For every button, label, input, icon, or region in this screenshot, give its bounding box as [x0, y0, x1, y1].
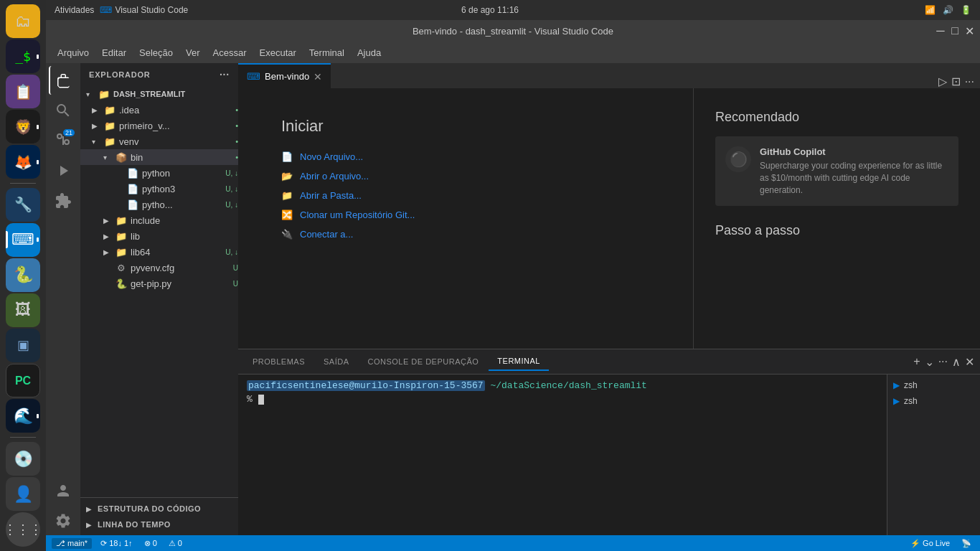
taskbar-image-icon[interactable]: 🖼 — [6, 293, 40, 327]
github-copilot-card[interactable]: ⚫ GitHub Copilot Supercharge your coding… — [715, 136, 958, 206]
shell-icon-2: ▶ — [893, 396, 900, 406]
tree-item-python[interactable]: 📄 python U, ↓ — [80, 165, 238, 181]
tree-item-getpip[interactable]: 🐍 get-pip.py U — [80, 276, 238, 291]
taskbar-firefox-icon[interactable]: 🦊 — [6, 145, 40, 179]
tree-item-idea[interactable]: ▶ 📁 .idea • — [80, 102, 238, 118]
menu-ajuda[interactable]: Ajuda — [352, 44, 387, 61]
shell-icon-1: ▶ — [893, 380, 900, 390]
tree-root[interactable]: ▾ 📁 DASH_STREAMLIT — [80, 86, 238, 102]
tree-item-bin[interactable]: ▾ 📦 bin • — [80, 149, 238, 165]
taskbar-paste-icon[interactable]: 📋 — [6, 75, 40, 108]
terminal-cursor — [258, 395, 264, 405]
taskbar-files-icon[interactable]: 🗂 — [6, 4, 40, 38]
tab-vscode-icon: ⌨ — [247, 71, 260, 82]
clone-repo-link[interactable]: 🔀 Clonar um Repositório Git... — [281, 205, 650, 225]
split-terminal-icon[interactable]: ⌄ — [925, 355, 934, 369]
taskbar-disk-icon[interactable]: 💿 — [6, 442, 40, 476]
split-editor-icon[interactable]: ⊡ — [951, 75, 961, 88]
activity-run[interactable] — [49, 156, 77, 185]
activity-bar: 21 — [46, 63, 80, 535]
tree-item-primeiro[interactable]: ▶ 📁 primeiro_v... • — [80, 118, 238, 133]
activity-explorer[interactable] — [49, 66, 77, 95]
open-file-link[interactable]: 📂 Abrir o Arquivo... — [281, 166, 650, 186]
start-section: Iniciar 📄 Novo Arquivo... 📂 Abrir o Arqu… — [281, 117, 650, 244]
menu-arquivo[interactable]: Arquivo — [52, 44, 95, 61]
tab-label: Bem-vindo — [265, 71, 309, 82]
menu-ver[interactable]: Ver — [180, 44, 206, 61]
terminal-user: pacificsentinelese@murilo-Inspiron-15-35… — [247, 380, 485, 391]
activity-search[interactable] — [49, 96, 77, 125]
status-errors[interactable]: ⊗ 0 — [141, 539, 160, 548]
menu-terminal[interactable]: Terminal — [303, 44, 350, 61]
tab-debug-console[interactable]: CONSOLE DE DEPURAÇÃO — [359, 353, 487, 370]
tab-problems[interactable]: PROBLEMAS — [244, 353, 314, 370]
timeline-panel[interactable]: ▶ LINHA DO TEMPO — [80, 517, 238, 532]
shell-item-1[interactable]: ▶ zsh — [887, 377, 980, 393]
broadcast-icon[interactable]: 📡 — [958, 539, 974, 548]
tree-item-include[interactable]: ▶ 📁 include — [80, 212, 238, 228]
tree-item-pytho[interactable]: 📄 pytho... U, ↓ — [80, 197, 238, 212]
sound-icon: 🔊 — [943, 5, 953, 15]
taskbar-python-icon[interactable]: 🐍 — [6, 258, 40, 292]
shell-item-2[interactable]: ▶ zsh — [887, 393, 980, 409]
taskbar-pycharm-icon[interactable]: PC — [6, 364, 40, 397]
menu-executar[interactable]: Executar — [254, 44, 302, 61]
source-control-badge: 21 — [63, 129, 75, 136]
run-icon[interactable]: ▷ — [938, 75, 947, 88]
taskbar-fixer-icon[interactable]: 🔧 — [6, 188, 40, 222]
taskbar-apps-grid-icon[interactable]: ⋮⋮⋮ — [6, 512, 40, 547]
taskbar-vscode-icon[interactable]: ⌨ — [6, 223, 40, 257]
status-sync[interactable]: ⟳ 18↓ 1↑ — [98, 539, 135, 548]
taskbar-vmware-icon[interactable]: ▣ — [6, 329, 40, 362]
shell-label-2: zsh — [904, 396, 918, 406]
vscode-window: Atividades ⌨ Visual Studio Code 6 de ago… — [46, 0, 980, 551]
tree-item-pyvenv[interactable]: ⚙ pyvenv.cfg U — [80, 260, 238, 276]
tree-item-venv[interactable]: ▾ 📁 venv • — [80, 133, 238, 149]
activities-label[interactable]: Atividades — [55, 5, 94, 15]
activity-extensions[interactable] — [49, 187, 77, 215]
activity-settings[interactable] — [49, 507, 77, 535]
terminal-path: ~/dataScience/dash_streamlit — [490, 380, 646, 391]
open-folder-icon: 📁 — [281, 190, 293, 201]
more-actions-icon[interactable]: ··· — [965, 75, 974, 88]
panel-close-icon[interactable]: ✕ — [965, 355, 974, 369]
new-file-icon: 📄 — [281, 151, 293, 162]
new-terminal-icon[interactable]: + — [913, 355, 920, 368]
new-file-link[interactable]: 📄 Novo Arquivo... — [281, 147, 650, 166]
taskbar-terminal-icon[interactable]: _$ — [6, 39, 40, 73]
terminal-line: pacificsentinelese@murilo-Inspiron-15-35… — [247, 380, 878, 391]
tree-item-lib64[interactable]: ▶ 📁 lib64 U, ↓ — [80, 244, 238, 260]
minimize-button[interactable]: ─ — [936, 26, 946, 36]
explorer-more-icon[interactable]: ··· — [220, 69, 230, 80]
panel-maximize-icon[interactable]: ∧ — [952, 355, 961, 369]
terminal-content[interactable]: pacificsentinelese@murilo-Inspiron-15-35… — [238, 375, 887, 535]
tab-output[interactable]: SAÍDA — [315, 353, 358, 370]
code-structure-panel[interactable]: ▶ ESTRUTURA DO CÓDIGO — [80, 501, 238, 517]
go-live-button[interactable]: ⚡ Go Live — [908, 539, 953, 548]
menu-acessar[interactable]: Acessar — [207, 44, 253, 61]
terminal-percent: % — [247, 394, 253, 405]
tab-bar-actions: ▷ ⊡ ··· — [938, 75, 980, 88]
close-button[interactable]: ✕ — [964, 26, 974, 36]
wifi-icon: 📶 — [925, 5, 936, 15]
menu-editar[interactable]: Editar — [96, 44, 132, 61]
tab-bem-vindo[interactable]: ⌨ Bem-vindo ✕ — [238, 63, 331, 88]
activity-accounts[interactable] — [49, 476, 77, 505]
menu-selecao[interactable]: Seleção — [133, 44, 179, 61]
tree-item-lib[interactable]: ▶ 📁 lib — [80, 228, 238, 244]
tree-item-python3[interactable]: 📄 python3 U, ↓ — [80, 181, 238, 197]
maximize-button[interactable]: □ — [950, 26, 960, 36]
sidebar-header: EXPLORADOR ··· — [80, 63, 238, 86]
taskbar-brave-icon[interactable]: 🦁 — [6, 110, 40, 143]
activity-source-control[interactable]: 21 — [49, 126, 77, 155]
panel-shell-list: ▶ zsh ▶ zsh — [887, 375, 980, 535]
status-warnings[interactable]: ⚠ 0 — [166, 539, 185, 548]
taskbar-user-icon[interactable]: 👤 — [6, 477, 40, 511]
status-branch[interactable]: ⎇ main* — [52, 538, 92, 549]
connect-link[interactable]: 🔌 Conectar a... — [281, 225, 650, 244]
taskbar-edge-icon[interactable]: 🌊 — [6, 399, 40, 433]
tab-terminal[interactable]: TERMINAL — [489, 352, 549, 371]
panel-more-icon[interactable]: ··· — [938, 355, 948, 368]
tab-close-button[interactable]: ✕ — [314, 71, 322, 83]
open-folder-link[interactable]: 📁 Abrir a Pasta... — [281, 186, 650, 205]
